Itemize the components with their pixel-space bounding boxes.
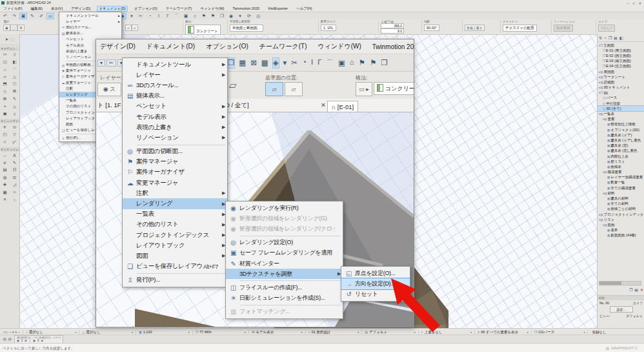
document-tool-icon[interactable]: ○ (10, 196, 19, 204)
document-tool-icon[interactable]: A (10, 152, 19, 160)
menu-item[interactable]: ═ 3Dのスケール... (59, 25, 121, 30)
navigator-tree-item[interactable]: ▦ 数量一覧 (598, 180, 644, 185)
menu-item[interactable]: ◉ レンダリングを実行(R) (226, 203, 343, 213)
toolbar-icon[interactable]: Γ (317, 58, 321, 68)
navigator-tree-item[interactable]: ▾▤ 要素 (598, 117, 644, 122)
document-tool-icon[interactable]: ◿ (10, 181, 19, 189)
toolbar-icon[interactable]: ✂ (291, 58, 297, 68)
navigator-tree-item[interactable]: ❐ E-01 (東立面図) (598, 48, 644, 53)
design-tool-icon[interactable]: ▱ (0, 73, 10, 81)
quick-option-dropdown[interactable]: ⌂ 01 意匠設計 ▾ (305, 330, 362, 335)
layer-toggle-icon[interactable]: 3 (21, 339, 23, 342)
navigator-tree-item[interactable]: ▾❐ 立面図 (598, 43, 644, 48)
bottom-elevation-field[interactable]: 9.0 (381, 28, 404, 34)
layer-toggle-icon[interactable]: ◉ (17, 339, 19, 342)
menu-item[interactable]: 一覧表 ▶ (123, 209, 227, 220)
toolbar-icon[interactable]: ⌒ (326, 58, 334, 68)
viewpoint-tool-icon[interactable]: ◰ (0, 131, 10, 139)
navigator-tree-item[interactable]: ▦ 面積ごとの材料 (598, 207, 644, 212)
design-tool-icon[interactable]: ▣ (0, 110, 10, 118)
navigator-tree-item[interactable]: ▦ 建具表 (窓) (598, 143, 644, 149)
menu-bar-item[interactable]: チームワーク(T) (258, 42, 308, 51)
navigator-tree-item[interactable]: ❐ E-04 (北立面図) (598, 64, 644, 69)
viewpoint-tool-icon[interactable]: ◸ (10, 138, 19, 146)
navigator-scrollbar[interactable] (599, 281, 641, 285)
document-tool-icon[interactable]: ✚ (0, 181, 10, 189)
document-tool-icon[interactable]: ⊡ (10, 174, 19, 181)
navigator-toolbar-icon[interactable]: ❐ (609, 36, 612, 40)
structure-method-button[interactable]: ▭ ▸ (356, 82, 372, 96)
menu-bar-item[interactable]: ドキュメント(D) (145, 42, 196, 51)
toolbar-icon[interactable]: ⊠ (250, 58, 257, 68)
toolbar-icon[interactable]: ✎ (29, 14, 35, 19)
layer-button[interactable]: ◉ ス (97, 83, 121, 96)
navigator-tree-item[interactable]: ▦ 内部仕上表 (598, 154, 644, 159)
navigator-tree-item[interactable]: ▦ 壁リスト (598, 159, 644, 164)
window-control-button[interactable]: □ (633, 1, 635, 5)
toolbar-icon[interactable]: ⟳ (246, 14, 252, 19)
menu-bar-item[interactable]: チームワーク(T) (165, 6, 194, 11)
window-control-button[interactable]: ✕ (639, 1, 641, 5)
toolbar-icon[interactable]: ⚑ (201, 14, 207, 19)
document-tool-icon[interactable]: ⌗ (10, 189, 19, 196)
toolbar-icon[interactable]: ❐ (219, 14, 225, 19)
navigator-tree-item[interactable]: ▾▤ 図面 (598, 222, 644, 227)
menu-item[interactable]: 3Dテクスチャを調整 ▶ (226, 269, 343, 279)
navigator-tree-item[interactable]: ▾▤ 一覧表 (598, 111, 644, 116)
toolbar-icon[interactable]: ▾ (128, 14, 135, 19)
toolbar-icon[interactable]: ❐ (381, 58, 387, 68)
navigator-footer-icon[interactable]: ✕ (640, 287, 643, 292)
toolbox-section-design[interactable]: デザイン (0, 47, 19, 51)
toolbar-icon[interactable]: ◔ (302, 58, 307, 68)
quick-option-dropdown[interactable]: ❐ 77.46% ▾ (192, 330, 249, 335)
properties-header[interactable]: 特性 (598, 296, 644, 300)
document-tool-icon[interactable]: ▤ (0, 167, 10, 174)
texture-select[interactable]: テクスチャの配置 (503, 25, 537, 32)
menu-item[interactable]: ☁ 変更マネージャ (123, 178, 227, 188)
overrides-button[interactable]: 各種上書き (465, 25, 485, 31)
document-tool-icon[interactable]: ✎ (10, 159, 19, 167)
menu-item[interactable]: 表現の上書き ▶ (123, 122, 227, 132)
toolbar-icon[interactable]: ▩ (261, 58, 268, 68)
navigator-footer-icon[interactable]: ▤ (634, 287, 638, 292)
toolbar-icon[interactable]: ⌒ (174, 13, 180, 19)
navigator-tree-item[interactable]: ▸▤ 3Dドキュメント (598, 85, 644, 90)
navigator-tree-item[interactable]: ▾▤ 構成要素 (598, 170, 644, 175)
navigator-tree-item[interactable]: ◫ 平行投影 (598, 101, 644, 106)
navigator-tree-item[interactable]: ❐ E-03 (南立面図) (598, 59, 644, 64)
menu-item[interactable]: レイアウトブック ▶ (123, 240, 227, 251)
menu-item[interactable] (226, 234, 343, 238)
toolbar-icon[interactable]: ◔ (146, 14, 153, 18)
menu-item[interactable]: ◉ 矩形選択の領域をレンダリング(G) (226, 213, 343, 223)
toolbox-section-document[interactable]: ドキュメント (0, 147, 19, 152)
geometry-method-button[interactable]: ▱ (132, 25, 138, 31)
menu-item[interactable]: レンダリング ▶ (123, 198, 227, 209)
menu-item[interactable]: ▥ フォトマッチング... (226, 307, 343, 317)
toolbar-icon[interactable]: ◈ (273, 58, 279, 68)
navigator-tree-item[interactable]: ▦ 全ての構成要素 (598, 185, 644, 191)
menu-bar-item[interactable]: ウィンドウ(W) (199, 6, 225, 11)
toolbar-icon[interactable]: ▾ (237, 14, 243, 19)
toolbar-icon[interactable]: ⌂ (192, 14, 198, 18)
toolbox-mode-icon[interactable]: ⬚ (10, 36, 14, 43)
design-tool-icon[interactable]: ✎ (10, 96, 19, 103)
menu-item[interactable]: プロジェクトインデックス ▶ (123, 230, 227, 240)
document-tool-icon[interactable]: ☷ (10, 167, 19, 174)
navigator-toolbar-icon[interactable]: ◧ (619, 36, 623, 40)
menu-item[interactable]: モデル表示 ▶ (123, 112, 227, 122)
toolbar-icon[interactable]: ↷ (11, 14, 17, 19)
navigator-tree-item[interactable]: ▦ レイヤー別構成要素 (598, 175, 644, 180)
document-tool-icon[interactable]: ⌀ (0, 159, 10, 167)
selection-tool-button[interactable]: ▣ (3, 25, 10, 31)
design-tool-icon[interactable]: ◇ (0, 88, 10, 96)
menu-bar-item[interactable]: デザイン(D) (99, 42, 137, 51)
navigator-tree-item[interactable]: ▦ 全ての材料 (598, 202, 644, 207)
geometry-method-button[interactable]: ▱ (125, 25, 132, 31)
layer-toggle-icon[interactable]: 5 (37, 339, 39, 342)
selection-tool-button[interactable]: ⊞ (17, 25, 24, 31)
menu-item[interactable]: ドキュメントツール ▶ (123, 59, 227, 70)
toolbar-icon[interactable]: ⚑ (370, 58, 376, 68)
design-tool-icon[interactable]: 〓 (10, 88, 19, 96)
navigator-tree-item[interactable]: ▦ 建具の材料 (598, 196, 644, 201)
menu-item[interactable]: ▤ 躯体表示... (59, 30, 121, 36)
